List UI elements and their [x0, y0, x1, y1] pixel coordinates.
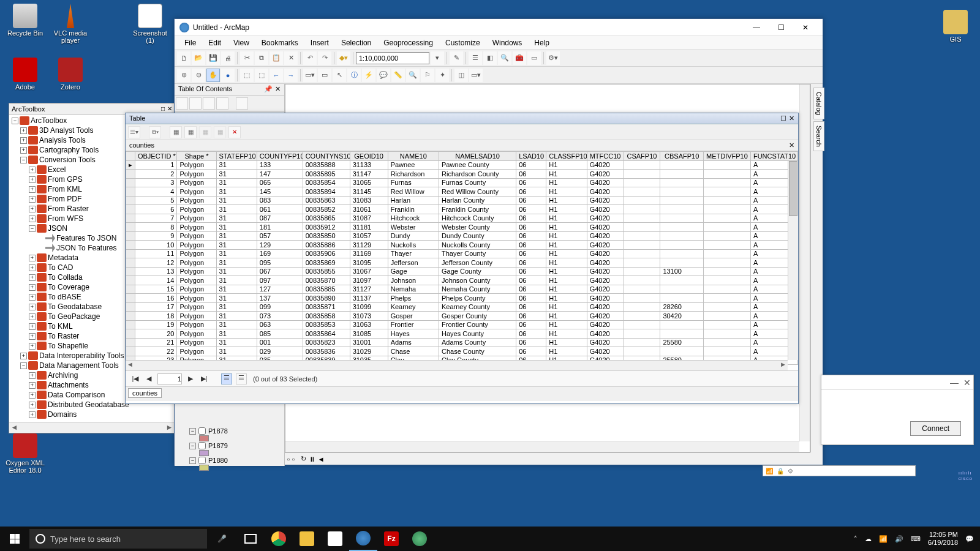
cell[interactable]: G4020 [587, 249, 624, 258]
cell[interactable]: 06 [516, 258, 546, 268]
cell[interactable] [624, 347, 660, 356]
menu-selection[interactable]: Selection [335, 37, 377, 48]
cell[interactable] [660, 258, 704, 268]
cell[interactable]: 06 [516, 320, 546, 329]
cell[interactable] [660, 170, 704, 179]
identify-icon[interactable]: ⓘ [347, 69, 361, 82]
cell[interactable]: G4020 [587, 294, 624, 303]
cell[interactable]: 181 [257, 223, 303, 232]
cell[interactable]: G4020 [587, 329, 624, 339]
browser-icon[interactable] [405, 527, 434, 551]
cell[interactable]: 31129 [350, 241, 388, 250]
cell[interactable]: 00835823 [303, 338, 350, 347]
cell[interactable]: Polygon [177, 170, 216, 179]
desktop-screenshot[interactable]: Screenshot (1) [129, 4, 172, 44]
cell[interactable]: 11 [135, 249, 176, 258]
cell[interactable] [660, 320, 704, 329]
cell[interactable]: G4020 [587, 312, 624, 321]
desktop-oxygen[interactable]: Oxygen XML Editor 18.0 [4, 433, 47, 474]
cell[interactable]: 15 [135, 285, 176, 294]
cell[interactable]: 06 [516, 160, 546, 170]
cell[interactable] [660, 178, 704, 187]
cell[interactable]: 06 [516, 312, 546, 321]
expander-icon[interactable]: + [29, 274, 36, 281]
cell[interactable]: 31127 [350, 285, 388, 294]
cell[interactable]: Polygon [177, 223, 216, 232]
menu-insert[interactable]: Insert [304, 37, 335, 48]
cell[interactable]: H1 [546, 223, 587, 232]
cell[interactable]: Chase County [439, 347, 516, 356]
cell[interactable]: Thayer County [439, 249, 516, 258]
cell[interactable]: Gage [388, 267, 439, 276]
cell[interactable]: Dundy County [439, 231, 516, 241]
row-selector[interactable] [126, 196, 135, 205]
cell[interactable]: 8 [135, 223, 176, 232]
cell[interactable]: 00835894 [303, 187, 350, 197]
cell[interactable] [703, 320, 750, 329]
cell[interactable]: Pawnee [388, 160, 439, 170]
cell[interactable] [624, 178, 660, 187]
network-icon[interactable]: 📶 [879, 535, 888, 543]
cell[interactable]: 06 [516, 241, 546, 250]
expander-icon[interactable]: + [20, 147, 27, 154]
cell[interactable]: 31181 [350, 223, 388, 232]
cell[interactable] [703, 294, 750, 303]
cell[interactable] [624, 231, 660, 241]
cell[interactable]: 06 [516, 249, 546, 258]
cell[interactable]: G4020 [587, 214, 624, 223]
cell[interactable]: 31067 [350, 267, 388, 276]
cell[interactable]: 13 [135, 267, 176, 276]
open-icon[interactable]: 📂 [192, 51, 205, 65]
cell[interactable]: 06 [516, 205, 546, 214]
layer-item[interactable]: −P1880 [177, 456, 282, 465]
cell[interactable]: 31 [216, 205, 257, 214]
catalog-tab[interactable]: Catalog [813, 88, 824, 119]
cell[interactable]: 31057 [350, 231, 388, 241]
back-icon[interactable]: ◄ [318, 455, 325, 463]
cell[interactable] [624, 196, 660, 205]
cell[interactable]: 31145 [350, 187, 388, 197]
column-header[interactable]: COUNTYNS10 [303, 152, 350, 161]
select-features-icon[interactable]: ▭▾ [303, 69, 317, 82]
expander-icon[interactable]: − [20, 362, 27, 369]
cell[interactable]: Gage County [439, 267, 516, 276]
cell[interactable]: 31 [216, 231, 257, 241]
cell[interactable]: Polygon [177, 160, 216, 170]
cell[interactable]: 127 [257, 285, 303, 294]
data-view-icon[interactable]: ▫ [287, 455, 290, 463]
expander-icon[interactable]: + [29, 372, 36, 379]
cell[interactable]: G4020 [587, 267, 624, 276]
cell[interactable] [703, 329, 750, 339]
column-header[interactable]: OBJECTID * [135, 152, 176, 161]
cell[interactable]: 06 [516, 223, 546, 232]
expander-icon[interactable]: + [29, 304, 36, 310]
cell[interactable]: G4020 [587, 258, 624, 268]
layer-item[interactable]: −P1878 [177, 427, 282, 435]
cell[interactable]: Polygon [177, 329, 216, 339]
cell[interactable]: 00835895 [303, 170, 350, 179]
arcmap-taskbar-icon[interactable] [349, 527, 377, 551]
options-icon[interactable] [236, 97, 248, 110]
cell[interactable]: 31 [216, 312, 257, 321]
cell[interactable] [660, 276, 704, 285]
cell[interactable]: Chase [388, 347, 439, 356]
cell[interactable]: 31097 [350, 276, 388, 285]
cell[interactable] [703, 214, 750, 223]
table-vscroll[interactable] [788, 161, 798, 360]
cell[interactable]: H1 [546, 187, 587, 197]
cell[interactable]: 31 [216, 329, 257, 339]
cell[interactable] [624, 205, 660, 214]
cell[interactable] [624, 160, 660, 170]
cell[interactable]: 28260 [660, 302, 704, 312]
pin-icon[interactable]: 📌 [264, 85, 273, 94]
cell[interactable]: 061 [257, 205, 303, 214]
cell[interactable]: H1 [546, 160, 587, 170]
related-tables-icon[interactable]: ⧉▾ [149, 126, 161, 138]
cell[interactable]: H1 [546, 178, 587, 187]
row-selector[interactable] [126, 267, 135, 276]
cell[interactable]: Kearney [388, 302, 439, 312]
expander-icon[interactable]: + [29, 392, 36, 399]
column-header[interactable]: CBSAFP10 [660, 152, 704, 161]
save-icon[interactable]: 💾 [206, 51, 220, 65]
redo-icon[interactable]: ↷ [318, 51, 331, 65]
